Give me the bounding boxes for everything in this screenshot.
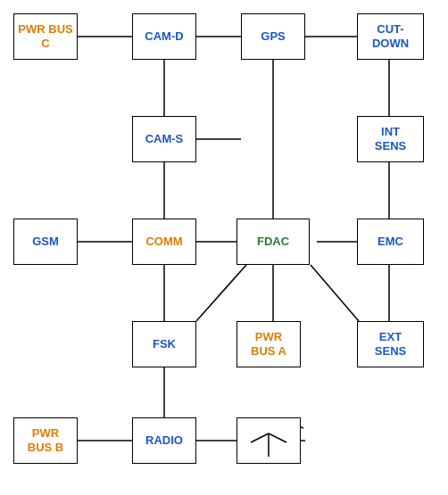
svg-line-14 xyxy=(311,265,359,321)
svg-line-13 xyxy=(196,265,246,321)
node-antenna xyxy=(236,417,301,464)
node-ext-sens: EXTSENS xyxy=(357,321,424,367)
svg-line-25 xyxy=(269,433,286,442)
node-fdac: FDAC xyxy=(236,219,310,265)
node-pwr-bus-a: PWRBUS A xyxy=(236,321,301,367)
node-cam-d: CAM-D xyxy=(132,13,196,60)
node-int-sens: INTSENS xyxy=(357,116,424,162)
node-gps: GPS xyxy=(241,13,305,60)
node-fsk: FSK xyxy=(132,321,196,367)
node-cut-down: CUT-DOWN xyxy=(357,13,424,60)
antenna-symbol xyxy=(242,423,295,458)
node-gsm: GSM xyxy=(13,219,78,265)
diagram: PWR BUS C CAM-D GPS CUT-DOWN CAM-S INTSE… xyxy=(0,0,448,495)
node-emc: EMC xyxy=(357,219,424,265)
node-pwr-bus-c: PWR BUS C xyxy=(13,13,78,60)
node-comm: COMM xyxy=(132,219,196,265)
node-cam-s: CAM-S xyxy=(132,116,196,162)
node-pwr-bus-b: PWRBUS B xyxy=(13,417,78,464)
svg-line-24 xyxy=(251,433,269,442)
node-radio: RADIO xyxy=(132,417,196,464)
